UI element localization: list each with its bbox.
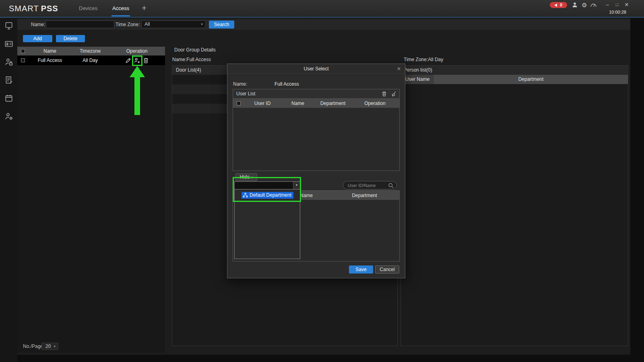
add-button[interactable]: Add xyxy=(23,35,52,42)
details-timezone-line: Time Zone:All Day xyxy=(404,57,443,62)
person-list-panel: Person list(0) User Name Department xyxy=(400,65,628,346)
user-search-box xyxy=(343,181,397,189)
settings-gear-icon[interactable]: ⚙ xyxy=(581,2,588,9)
delete-button[interactable]: Delete xyxy=(56,35,85,42)
minimize-button[interactable]: – xyxy=(604,1,611,8)
dialog-close-icon[interactable]: ✕ xyxy=(397,66,401,72)
add-person-icon[interactable] xyxy=(134,57,140,64)
name-filter-label: Name: xyxy=(31,22,45,27)
column-header-department: Department xyxy=(434,75,628,84)
user-list-label: User List xyxy=(236,91,255,97)
user-account-icon[interactable] xyxy=(572,2,579,9)
app-logo: SMARTPSS xyxy=(9,0,58,17)
close-button[interactable]: ✕ xyxy=(623,1,630,8)
person-table-header: User Name Department xyxy=(401,75,628,84)
speaker-icon xyxy=(555,3,558,7)
access-console-icon[interactable] xyxy=(4,21,13,30)
user-settings-icon[interactable] xyxy=(4,112,13,121)
alarm-badge[interactable]: 0 xyxy=(550,2,567,8)
select-all-checkbox[interactable] xyxy=(237,101,241,105)
chevron-down-icon: ▾ xyxy=(201,21,203,28)
per-page-select[interactable]: 20 ▾ xyxy=(41,343,58,350)
column-header-timezone: Timezone xyxy=(72,48,109,54)
group-row-full-access[interactable]: Full Access All Day xyxy=(17,56,165,65)
column-header-name: Name xyxy=(28,48,72,54)
tab-devices[interactable]: Devices xyxy=(79,0,97,17)
column-header-name: Name xyxy=(281,101,315,106)
person-list-header: Person list(0) xyxy=(401,66,628,75)
timezone-filter-label: Time Zone: xyxy=(116,22,140,27)
operation-cell xyxy=(109,57,165,64)
dialog-title: User Select xyxy=(227,64,405,74)
titlebar: SMARTPSS Devices Access + 0 ⚙ – □ ✕ 10:0… xyxy=(0,0,644,17)
per-page-label: No./Page xyxy=(23,343,43,349)
column-header-operation: Operation xyxy=(351,101,399,106)
dialog-name-value: Full Access xyxy=(275,81,299,87)
clock: 10:00:28 xyxy=(609,10,626,14)
column-header-department: Department xyxy=(315,101,351,106)
user-list-title-bar: User List xyxy=(233,89,399,99)
new-tab-button[interactable]: + xyxy=(142,0,147,17)
titlebar-accent-line xyxy=(0,17,644,18)
save-button[interactable]: Save xyxy=(349,265,373,274)
tab-access[interactable]: Access xyxy=(112,0,129,17)
group-table-header: Name Timezone Operation xyxy=(17,47,165,56)
dialog-name-label: Name: xyxy=(233,81,247,87)
chevron-down-icon: ▾ xyxy=(54,343,56,350)
group-name-cell: Full Access xyxy=(28,58,72,63)
hide-button-label: Hide xyxy=(239,174,250,180)
user-search-input[interactable] xyxy=(348,182,387,189)
department-option-default[interactable]: Default Department xyxy=(242,192,293,199)
user-permission-icon[interactable] xyxy=(4,58,13,66)
user-select-dialog: User Select ✕ Name: Full Access User Lis… xyxy=(227,64,405,278)
department-tree-panel: ▾ Default Department xyxy=(234,181,300,259)
per-page-value: 20 xyxy=(45,343,51,349)
search-magnifier-icon[interactable] xyxy=(388,183,394,189)
calendar-icon[interactable] xyxy=(4,94,13,103)
column-header-operation: Operation xyxy=(109,48,165,54)
chevron-down-icon[interactable]: ▾ xyxy=(293,182,300,189)
delete-trash-icon[interactable] xyxy=(142,57,149,64)
edit-pencil-icon[interactable] xyxy=(125,57,132,64)
department-option-label: Default Department xyxy=(250,192,291,198)
pagination-bar: No./Page 20 ▾ xyxy=(17,342,165,352)
column-header-department: Department xyxy=(330,193,399,198)
cancel-button[interactable]: Cancel xyxy=(375,265,399,274)
logo-smart: SMART xyxy=(9,4,39,13)
delete-trash-icon[interactable] xyxy=(381,91,387,97)
department-dropdown-list: Default Department xyxy=(234,189,300,259)
filter-bar: Name: Time Zone: All ▾ Search xyxy=(17,19,630,30)
row-checkbox[interactable] xyxy=(21,58,25,62)
search-button[interactable]: Search xyxy=(209,21,234,29)
card-icon[interactable] xyxy=(4,39,13,48)
details-name-line: Name:Full Access xyxy=(172,57,211,62)
column-header-user-name: User Name xyxy=(401,75,434,84)
clear-broom-icon[interactable] xyxy=(391,91,397,97)
door-group-list-panel: Name Timezone Operation Full Access All … xyxy=(17,47,165,353)
dashboard-gauge-icon[interactable] xyxy=(590,2,597,9)
smartpss-window: SMARTPSS Devices Access + 0 ⚙ – □ ✕ 10:0… xyxy=(0,0,644,362)
module-sidebar xyxy=(0,17,17,362)
column-header-user-id: User ID xyxy=(244,101,281,106)
maximize-button[interactable]: □ xyxy=(613,1,621,8)
department-combo[interactable]: ▾ xyxy=(234,181,300,189)
select-all-checkbox[interactable] xyxy=(21,49,25,53)
user-list-table-header: User ID Name Department Operation xyxy=(233,99,399,108)
hide-button[interactable]: Hide▾ xyxy=(235,173,257,181)
chevron-down-icon: ▾ xyxy=(251,175,253,179)
timezone-select[interactable]: All ▾ xyxy=(141,21,206,28)
alarm-count: 0 xyxy=(560,3,562,7)
name-filter-input[interactable] xyxy=(46,21,114,28)
org-tree-icon xyxy=(243,193,248,198)
logo-pss: PSS xyxy=(41,4,58,13)
selected-user-list-box: User List User ID Name Department Operat… xyxy=(233,89,400,171)
timezone-selected-value: All xyxy=(144,21,150,27)
log-edit-icon[interactable] xyxy=(4,76,13,84)
door-group-details-title: Door Group Details xyxy=(174,47,216,53)
group-timezone-cell: All Day xyxy=(72,58,109,63)
